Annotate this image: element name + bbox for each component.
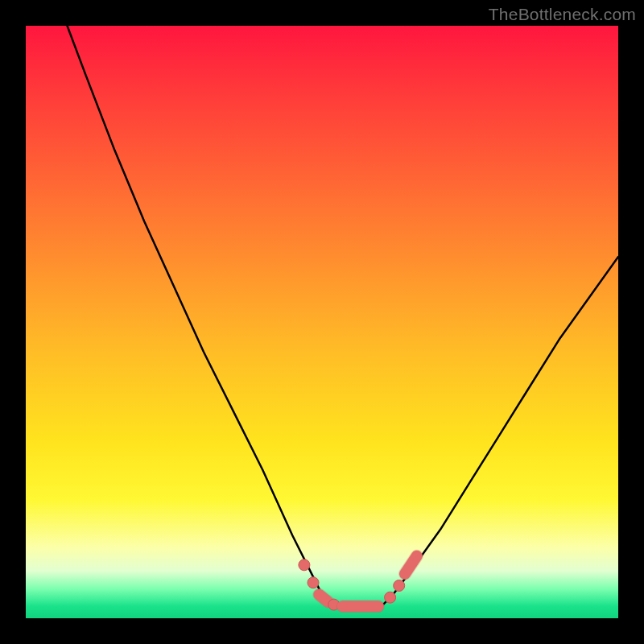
curve-marker-dot [299, 559, 310, 571]
bottleneck-curve [68, 26, 619, 606]
curve-marker-pill [405, 556, 417, 574]
bottleneck-curve-svg [26, 26, 618, 618]
chart-frame: TheBottleneck.com [0, 0, 644, 644]
curve-marker-dot [308, 577, 319, 588]
curve-marker-pill [319, 595, 328, 602]
curve-marker-dot [385, 592, 396, 603]
plot-area [26, 26, 618, 618]
curve-marker-dot [394, 580, 405, 592]
watermark-text: TheBottleneck.com [489, 5, 636, 24]
